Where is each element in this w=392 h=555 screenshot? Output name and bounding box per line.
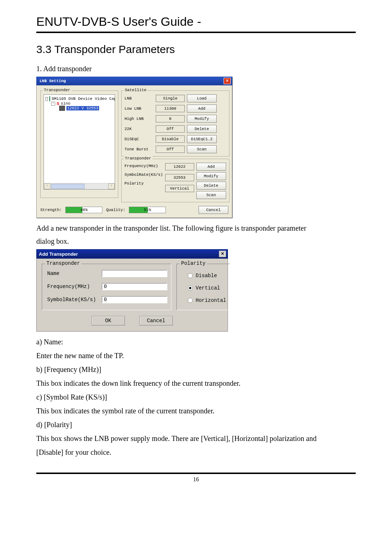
sat-diseqc-label: DiSEqC [124, 137, 154, 141]
item-a-label: a) Name: [36, 336, 356, 348]
add-button[interactable]: Add [187, 105, 217, 113]
doc-title: ENUTV-DVB-S User's Guide - [36, 15, 356, 29]
frequency-input[interactable] [102, 283, 167, 290]
radio-icon[interactable] [188, 298, 193, 303]
strength-label: Strength: [40, 208, 62, 212]
quality-label: Quality: [106, 208, 125, 212]
tree-satellite[interactable]: - S sino [45, 101, 114, 106]
tp-freq-value[interactable]: 12622 [165, 163, 194, 170]
sat-lnb-label: LNB [124, 96, 154, 101]
cancel-button[interactable]: Cancel [139, 316, 173, 325]
load-button[interactable]: Load [187, 94, 217, 102]
close-icon[interactable]: × [219, 251, 226, 257]
tp-modify-button[interactable]: Modify [196, 172, 226, 180]
item-a-text: Enter the new name of the TP. [36, 350, 356, 361]
item-d-text1: This box shows the LNB power supply mode… [36, 433, 356, 444]
sat-lowlnb-label: Low LNB [124, 106, 154, 111]
sat-toneburst-label: Tone Burst [124, 147, 154, 151]
sat-highlnb-label: High LNB [124, 117, 154, 121]
item-d-text2: [Disable] for your choice. [36, 446, 356, 458]
symbolrate-label: SymbolRate(KS/s) [47, 297, 98, 303]
item-c-label: c) [Symbol Rate (KS/s)] [36, 391, 356, 403]
collapse-icon[interactable]: - [51, 102, 55, 106]
radio-icon[interactable] [188, 273, 193, 278]
add-tp-title: Add Transponder [39, 251, 78, 257]
item-b-text: This box indicates the down link frequen… [36, 377, 356, 389]
cancel-button[interactable]: Cancel [199, 206, 228, 214]
frequency-label: Frequency(MHz) [47, 284, 98, 289]
polarity-vertical-label: Vertical [196, 285, 220, 291]
transponder-legend: Transponder [124, 156, 152, 161]
strength-bar: 46% [65, 207, 102, 213]
item-b-label: b) [Frequency (MHz)] [36, 364, 356, 375]
delete-button[interactable]: Delete [187, 125, 217, 133]
radio-icon[interactable] [188, 285, 193, 291]
close-icon[interactable]: × [224, 78, 231, 84]
sat-diseqc-value[interactable]: Disable [156, 135, 185, 143]
step-1-label: 1. Add transponder [36, 63, 356, 74]
header-rule [36, 32, 356, 33]
lnb-title: LNB Setting [40, 79, 66, 83]
ok-button[interactable]: OK [91, 316, 125, 325]
tree-root-label: DM1105 DVB Device Video Cap [52, 97, 115, 101]
after-dlg1-line2: dialog box. [36, 235, 356, 247]
transponder-tree-legend: Transponder [43, 88, 72, 92]
polarity-disable-option[interactable]: Disable [188, 273, 226, 279]
tp-sr-value[interactable]: 32553 [165, 174, 194, 181]
transponder-tree[interactable]: - DM1105 DVB Device Video Cap - S sino [44, 94, 115, 190]
satellite-icon: S [57, 101, 59, 106]
lnb-setting-dialog: LNB Setting × Transponder - DM110 [36, 77, 232, 218]
sat-toneburst-value[interactable]: Off [156, 146, 185, 153]
scroll-left-icon[interactable]: ‹ [44, 183, 50, 189]
polarity-legend: Polarity [180, 260, 207, 266]
tp-pol-value[interactable]: Vertical [165, 185, 194, 192]
scan-button[interactable]: Scan [187, 145, 217, 153]
diseqc12-button[interactable]: DiSEqC1.2 [187, 135, 217, 143]
name-label: Name [47, 271, 98, 276]
tp-freq-label: Frequency(MHz) [124, 164, 163, 168]
section-heading: 3.3 Transponder Parameters [36, 43, 356, 56]
scroll-thumb[interactable] [51, 184, 85, 189]
tp-add-button[interactable]: Add [196, 163, 226, 171]
device-icon [49, 96, 50, 101]
add-tp-titlebar: Add Transponder × [36, 249, 228, 259]
tp-delete-button[interactable]: Delete [196, 182, 226, 190]
scroll-right-icon[interactable]: › [108, 183, 115, 189]
satellite-legend: Satellite [124, 88, 147, 92]
strength-value: 46% [81, 208, 88, 212]
tp-sr-label: SymbolRate(KS/s) [124, 173, 163, 177]
transponder-legend: Transponder [45, 260, 81, 266]
tp-pol-label: Polarity [124, 181, 163, 186]
sat-lowlnb-value[interactable]: 11300 [156, 105, 185, 112]
sat-22k-label: 22K [124, 127, 154, 131]
tp-scan-button[interactable]: Scan [196, 191, 226, 199]
after-dlg1-line1: Add a new transponder in the transponder… [36, 222, 356, 234]
polarity-horizontal-label: Horizontal [196, 297, 226, 303]
sat-lnb-value[interactable]: Single [156, 95, 185, 102]
item-c-text: This box indicates the symbol rate of th… [36, 405, 356, 417]
tree-transponder[interactable]: 12622 V 32553 [45, 106, 114, 111]
modify-button[interactable]: Modify [187, 115, 217, 123]
quality-value: 51% [144, 208, 151, 212]
lnb-titlebar: LNB Setting × [36, 77, 232, 85]
symbolrate-input[interactable] [102, 296, 167, 303]
polarity-vertical-option[interactable]: Vertical [188, 285, 226, 291]
sat-22k-value[interactable]: Off [156, 125, 185, 133]
transponder-icon [59, 106, 65, 111]
tree-transponder-label: 12622 V 32553 [66, 106, 99, 110]
tree-satellite-label: sino [61, 101, 70, 106]
sat-highlnb-value[interactable]: 0 [156, 115, 185, 122]
quality-bar: 51% [129, 207, 166, 213]
collapse-icon[interactable]: - [45, 97, 48, 101]
tree-horizontal-scrollbar[interactable]: ‹ › [44, 183, 115, 189]
polarity-horizontal-option[interactable]: Horizontal [188, 297, 226, 303]
item-d-label: d) [Polarity] [36, 419, 356, 430]
polarity-disable-label: Disable [196, 273, 217, 279]
add-transponder-dialog: Add Transponder × Transponder Name Frequ… [36, 249, 228, 332]
tree-root[interactable]: - DM1105 DVB Device Video Cap [45, 96, 114, 101]
page-number: 16 [36, 476, 356, 483]
name-input[interactable] [102, 270, 167, 277]
footer-rule [36, 473, 356, 474]
